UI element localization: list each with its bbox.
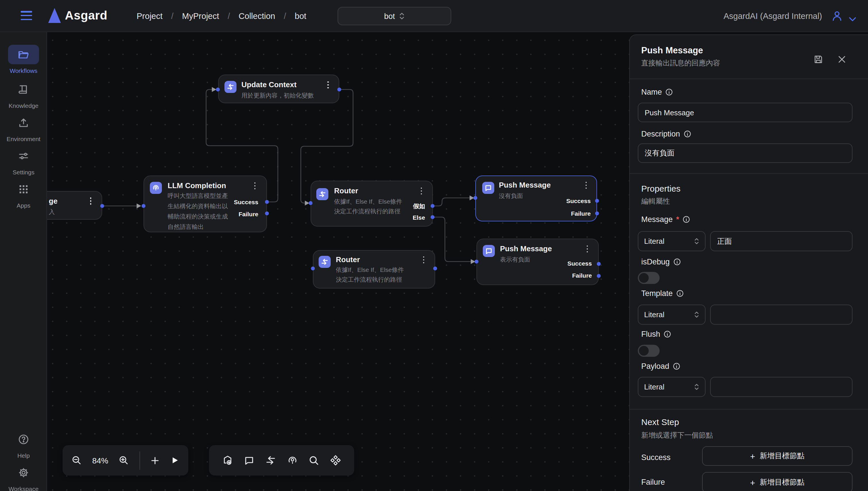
info-icon[interactable] [683,130,691,138]
breadcrumb-separator: / [227,11,230,21]
node-update-context[interactable]: Update Context 用於更新內容，初始化變數 [218,75,339,103]
kebab-menu-icon[interactable] [582,181,590,190]
node-router-1[interactable]: Router 依據If、Else If、Else條件 決定工作流程執行的路徑 假… [310,181,433,227]
message-mode-select[interactable]: Literal [638,231,706,251]
sidebar-item-settings[interactable]: Settings [0,146,47,175]
info-icon[interactable] [673,258,681,266]
chat-bubble-icon [483,245,495,257]
node-description: 決定工作流程執行的路徑 [336,275,402,285]
sidebar-item-knowledge[interactable]: Knowledge [0,80,47,109]
breadcrumb-collection[interactable]: Collection [239,11,275,21]
kebab-menu-icon[interactable] [583,244,591,254]
isdebug-toggle[interactable] [638,272,660,284]
user-avatar-icon[interactable] [831,10,843,24]
payload-value-input[interactable] [710,377,852,397]
port-failure[interactable]: Failure [571,210,591,217]
sidebar-item-apps[interactable]: Apps [0,179,47,209]
zoom-in-button[interactable] [119,456,129,465]
chevron-updown-icon [694,311,699,318]
node-push-message-1[interactable]: Push Message 沒有負面 Success Failure [475,175,597,222]
breadcrumb-separator: / [171,11,173,21]
sidebar-item-label: Workflows [0,67,47,74]
breadcrumb-project[interactable]: Project [137,11,162,21]
breadcrumb-bot[interactable]: bot [295,11,306,21]
sidebar-item-label: Settings [0,169,47,175]
hamburger-menu-icon[interactable] [21,11,32,21]
properties-subtitle: 編輯屬性 [641,197,670,206]
info-icon[interactable] [663,330,671,338]
select-value: Literal [644,310,664,319]
add-button[interactable] [151,456,160,465]
node-title: Push Message [499,181,551,189]
port-success[interactable]: Success [234,199,258,205]
workflow-select[interactable]: bot [337,7,451,25]
chevron-updown-icon [399,12,405,20]
sidebar-item-workflows[interactable]: Workflows [0,45,47,74]
port-failure[interactable]: Failure [239,210,258,218]
name-field-label: Name [641,88,673,96]
node-router-2[interactable]: Router 依據If、Else If、Else條件 決定工作流程執行的路徑 [313,250,435,289]
add-node-icon[interactable] [222,455,233,466]
message-value-input[interactable] [710,231,852,251]
message-node-icon[interactable] [244,455,254,465]
template-value-input[interactable] [710,305,852,325]
sidebar-item-workspace[interactable]: Workspace [0,463,47,491]
move-icon[interactable] [330,455,341,466]
chevron-down-icon[interactable] [848,14,857,24]
run-button[interactable] [170,456,179,465]
node-description: 沒有負面 [499,191,523,201]
kebab-menu-icon[interactable] [87,197,95,206]
save-icon[interactable] [813,55,823,66]
kebab-menu-icon[interactable] [324,80,332,89]
sidebar-item-help[interactable]: Help [0,430,47,459]
asgard-logo-icon [48,8,61,23]
llm-bulb-icon [150,182,162,194]
node-config-panel: Push Message 直接輸出訊息的回應內容 Name Descriptio… [629,34,868,491]
node-push-message-2[interactable]: Push Message 表示有負面 Success Failure [477,239,599,285]
node-title: Update Context [241,80,297,89]
add-target-node-button-success[interactable]: + 新增目標節點 [702,446,852,466]
description-input[interactable] [638,143,852,163]
port-else[interactable]: Else [413,214,425,221]
llm-node-icon[interactable] [287,455,298,466]
payload-mode-select[interactable]: Literal [638,377,706,397]
name-input[interactable] [638,103,852,122]
info-icon[interactable] [676,290,684,297]
node-title: Router [336,255,360,264]
gear-icon [8,463,39,482]
close-icon[interactable] [838,55,846,66]
port-success[interactable]: Success [566,197,591,204]
search-icon[interactable] [308,455,319,465]
help-icon [8,430,39,449]
edge-router-if-to-push1 [433,198,469,206]
node-description: 決定工作流程執行的路徑 [334,206,400,216]
description-field-label: Description [641,129,691,138]
sidebar-item-environment[interactable]: Environment [0,113,47,142]
swap-node-icon[interactable] [265,455,276,466]
next-step-subtitle: 新增或選擇下一個節點 [641,431,713,440]
template-mode-select[interactable]: Literal [638,305,706,325]
node-palette-toolbar [209,445,354,475]
kebab-menu-icon[interactable] [417,186,425,196]
breadcrumb-myproject[interactable]: MyProject [182,11,219,21]
edge-arrow-icon [305,201,309,206]
isdebug-field-label: isDebug [641,258,681,266]
info-icon[interactable] [683,216,690,223]
swap-arrows-icon [224,81,236,93]
info-icon[interactable] [666,88,673,96]
port-success[interactable]: Success [567,260,592,267]
edge-router-else-to-push2 [433,217,471,262]
port-failure[interactable]: Failure [572,272,592,279]
port-if[interactable]: 假如 [413,202,425,210]
kebab-menu-icon[interactable] [419,255,428,264]
node-description: 用於更新內容，初始化變數 [241,91,314,100]
upload-icon [8,113,39,133]
info-icon[interactable] [673,363,680,370]
swap-arrows-icon [319,256,331,268]
zoom-out-button[interactable] [72,456,82,465]
flush-toggle[interactable] [638,345,660,357]
add-target-node-button-failure[interactable]: + 新增目標節點 [702,472,852,491]
sliders-icon [8,146,39,166]
kebab-menu-icon[interactable] [251,181,259,191]
node-llm-completion[interactable]: LLM Completion 呼叫大型語言模型並產 生結構化的資料輸出以 輔助流… [143,175,267,232]
